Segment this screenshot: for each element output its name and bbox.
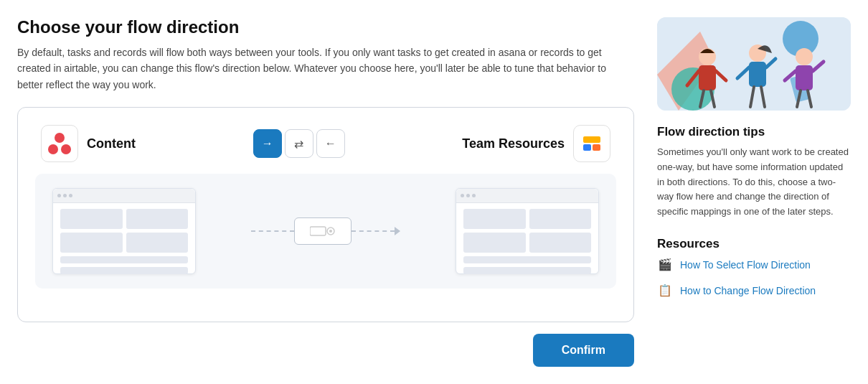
confirm-row: Confirm <box>17 334 634 367</box>
dashed-line-right <box>352 230 395 232</box>
asana-top-dot <box>55 133 65 143</box>
preview-window-left <box>52 188 196 274</box>
asana-bottom-dots <box>48 144 71 154</box>
svg-rect-18 <box>749 62 766 87</box>
tips-title: Flow direction tips <box>657 125 851 139</box>
page-title: Choose your flow direction <box>17 17 634 37</box>
win-body-right <box>456 203 598 280</box>
svg-rect-24 <box>796 65 813 90</box>
asana-dot-left <box>48 144 58 154</box>
connector-box <box>294 217 352 245</box>
sidebar: Flow direction tips Sometimes you'll onl… <box>657 17 851 367</box>
right-tool: Team Resources <box>462 125 610 162</box>
win-body-left <box>53 203 195 280</box>
svg-rect-3 <box>310 227 326 235</box>
svg-rect-12 <box>699 65 716 90</box>
win-row <box>60 267 188 274</box>
doc-icon: 📋 <box>657 283 673 299</box>
connector-box-inner <box>310 225 336 238</box>
flow-card: Content → ⇄ ← Team Resources <box>17 107 634 322</box>
win-row <box>463 209 526 229</box>
win-row <box>529 209 592 229</box>
win-dot <box>466 194 470 197</box>
video-icon: 🎬 <box>657 257 673 273</box>
flow-preview <box>35 174 616 289</box>
sidebar-tips: Flow direction tips Sometimes you'll onl… <box>657 125 851 220</box>
right-tool-icon <box>573 125 610 162</box>
flow-connector <box>251 217 400 245</box>
confirm-button[interactable]: Confirm <box>533 334 634 367</box>
illustration-svg <box>657 17 851 111</box>
win-dot <box>69 194 72 197</box>
win-row <box>126 209 189 229</box>
left-tool-name: Content <box>87 136 136 151</box>
win-row <box>529 233 592 253</box>
flow-direction-row: Content → ⇄ ← Team Resources <box>35 125 616 162</box>
resource-label-2: How to Change Flow Direction <box>680 285 816 296</box>
airtable-icon <box>582 134 602 154</box>
win-dot <box>57 194 61 197</box>
direction-controls: → ⇄ ← <box>253 129 345 158</box>
page-description: By default, tasks and records will flow … <box>17 45 634 93</box>
win-dot <box>472 194 476 197</box>
svg-rect-1 <box>583 144 591 151</box>
resource-label-1: How To Select Flow Direction <box>680 259 811 271</box>
win-row <box>463 267 591 274</box>
left-tool: Content <box>41 125 136 162</box>
left-tool-icon <box>41 125 78 162</box>
win-row <box>60 209 123 229</box>
asana-dot-right <box>61 144 71 154</box>
right-tool-name: Team Resources <box>462 136 565 151</box>
win-dot <box>63 194 67 197</box>
asana-icon <box>48 133 71 154</box>
win-row <box>60 256 188 263</box>
svg-point-23 <box>796 48 813 65</box>
dashed-line-left <box>251 230 294 232</box>
dir-btn-both-ways[interactable]: ⇄ <box>285 129 313 158</box>
resource-link-1[interactable]: 🎬 How To Select Flow Direction <box>657 257 851 273</box>
win-row <box>463 233 526 253</box>
svg-point-5 <box>329 230 332 233</box>
win-row <box>463 256 591 263</box>
tips-text: Sometimes you'll only want work to be cr… <box>657 145 851 220</box>
svg-rect-2 <box>593 144 600 151</box>
resource-link-2[interactable]: 📋 How to Change Flow Direction <box>657 283 851 299</box>
preview-window-right <box>456 188 599 274</box>
connector-inner-icon <box>310 225 336 238</box>
sidebar-illustration <box>657 17 851 111</box>
main-content: Choose your flow direction By default, t… <box>17 17 634 367</box>
dir-btn-right-to-left[interactable]: ← <box>316 129 345 158</box>
win-dot <box>461 194 464 197</box>
win-row <box>60 233 123 253</box>
resources-section: Resources 🎬 How To Select Flow Direction… <box>657 237 851 309</box>
arrow-right-icon <box>395 227 400 235</box>
resources-title: Resources <box>657 237 851 251</box>
win-chrome-left <box>53 189 195 203</box>
win-row <box>126 233 189 253</box>
win-chrome-right <box>456 189 598 203</box>
dir-btn-left-to-right[interactable]: → <box>253 129 282 158</box>
svg-rect-0 <box>583 136 600 143</box>
